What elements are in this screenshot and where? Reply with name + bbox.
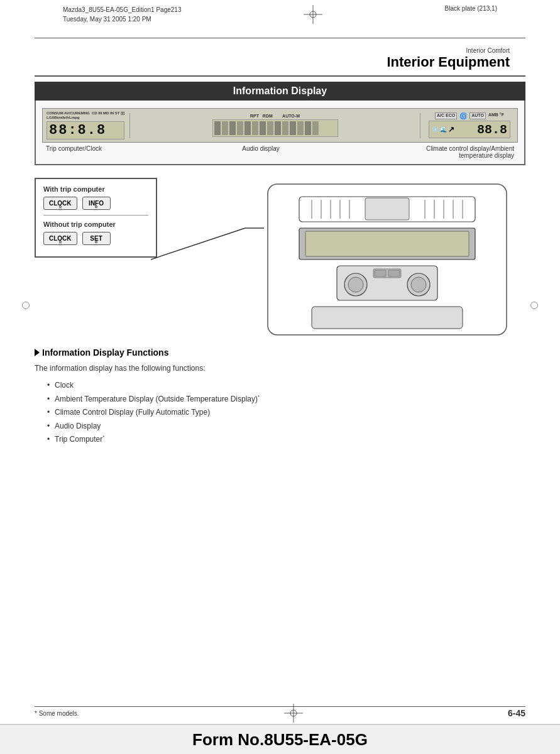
svg-rect-17 <box>365 198 409 220</box>
clock-btn2-dot <box>59 241 62 243</box>
plate-info: Black plate (213,1) <box>445 5 497 12</box>
title-divider <box>35 75 525 77</box>
asterisk-1: * <box>258 394 260 400</box>
svg-line-3 <box>151 228 245 260</box>
with-trip-title: With trip computer <box>43 185 148 193</box>
svg-rect-27 <box>388 270 400 276</box>
lcd-climate-section: A/C ECO 🌀 AUTO AMB °F ❄️ 🌊 ↗ 88.8 <box>425 112 513 138</box>
svg-point-22 <box>348 277 363 292</box>
lcd-seg-9 <box>275 121 281 135</box>
clock-button-2[interactable]: CLOCK <box>43 232 77 245</box>
with-trip-buttons: CLOCK INFO <box>43 197 148 210</box>
bottom-banner: Form No.8U55-EA-05G <box>0 724 560 754</box>
section-heading: Information Display Functions <box>35 347 525 358</box>
lcd-audio-section: RPT RDM AUTO-M <box>135 114 415 137</box>
lcd-seg-10 <box>282 121 288 135</box>
lcd-seg-3 <box>229 121 236 135</box>
side-mark-right <box>530 302 538 309</box>
lcd-separator1 <box>129 113 130 138</box>
button-divider <box>43 215 148 216</box>
form-number: Form No.8U55-EA-05G <box>192 730 368 750</box>
list-item: Climate Control Display (Fully Automatic… <box>47 406 525 420</box>
display-label-climate: Climate control display/Ambient temperat… <box>420 145 514 159</box>
lcd-seg-13 <box>305 121 311 135</box>
lcd-climate-labels: A/C ECO 🌀 AUTO AMB °F <box>435 112 504 119</box>
main-content: Information Display CONSUM AV/CUREMNG CD… <box>35 82 525 704</box>
display-panel: CONSUM AV/CUREMNG CD IN MD IN ST ▯▯L/100… <box>35 101 525 165</box>
lcd-trip-labels: CONSUM AV/CUREMNG CD IN MD IN ST ▯▯L/100… <box>47 111 124 120</box>
car-diagram: With trip computer CLOCK INFO Without tr… <box>35 165 525 341</box>
functions-list: Clock Ambient Temperature Display (Outsi… <box>47 379 525 447</box>
top-divider <box>35 38 525 38</box>
button-box: With trip computer CLOCK INFO Without tr… <box>35 178 157 258</box>
climate-temp-digits: 88.8 <box>477 123 507 137</box>
bottom-footer: * Some models. 6-45 <box>35 704 525 723</box>
climate-icons: ❄️ 🌊 ↗ <box>432 125 454 134</box>
section-large-title: Interior Equipment <box>387 54 510 70</box>
display-label-trip: Trip computer/Clock <box>46 145 102 159</box>
lcd-audio-labels: RPT RDM AUTO-M <box>250 114 300 118</box>
list-item: Clock <box>47 379 525 393</box>
svg-point-24 <box>411 277 426 292</box>
section-heading-text: Information Display Functions <box>42 347 168 358</box>
info-display-title: Information Display <box>35 82 525 101</box>
clock-button-1[interactable]: CLOCK <box>43 197 77 210</box>
info-display-section: Information Display CONSUM AV/CUREMNG CD… <box>35 82 525 165</box>
lcd-seg-2 <box>222 121 228 135</box>
lcd-bar: CONSUM AV/CUREMNG CD IN MD IN ST ▯▯L/100… <box>42 108 518 143</box>
lcd-seg-8 <box>267 121 273 135</box>
set-button[interactable]: SET <box>82 232 111 245</box>
display-label-audio: Audio display <box>242 145 279 159</box>
lcd-seg-12 <box>297 121 304 135</box>
asterisk-2: * <box>102 434 104 440</box>
lcd-seg-7 <box>260 121 266 135</box>
with-trip-section: With trip computer CLOCK INFO <box>43 185 148 210</box>
intro-text: The information display has the followin… <box>35 363 525 374</box>
lcd-trip-digits: 88:8.8 <box>47 121 124 139</box>
top-header: Mazda3_8U55-EA-05G_Edition1 Page213 Tues… <box>63 5 497 24</box>
list-item: Trip Computer* <box>47 433 525 447</box>
bottom-crosshair <box>284 704 303 723</box>
without-trip-title: Without trip computer <box>43 221 148 228</box>
side-mark-left <box>22 302 30 309</box>
footnote: * Some models. <box>35 710 79 717</box>
lcd-seg-4 <box>237 121 243 135</box>
lcd-seg-5 <box>244 121 251 135</box>
section-header: Interior Comfort Interior Equipment <box>387 47 510 70</box>
lcd-climate-display: ❄️ 🌊 ↗ 88.8 <box>429 121 510 138</box>
lcd-audio-bar <box>212 119 338 137</box>
doc-info: Mazda3_8U55-EA-05G_Edition1 Page213 Tues… <box>63 5 181 24</box>
triangle-icon <box>35 349 40 356</box>
lcd-seg-1 <box>214 121 221 135</box>
display-labels: Trip computer/Clock Audio display Climat… <box>42 143 518 159</box>
without-trip-buttons: CLOCK SET <box>43 232 148 245</box>
lcd-seg-14 <box>312 121 319 135</box>
set-btn-dot <box>95 241 97 243</box>
list-item: Ambient Temperature Display (Outside Tem… <box>47 393 525 407</box>
info-btn-dot <box>95 205 97 208</box>
clock-btn-dot <box>59 205 62 208</box>
lcd-seg-6 <box>252 121 258 135</box>
functions-section: Information Display Functions The inform… <box>35 347 525 447</box>
lcd-trip-section: CONSUM AV/CUREMNG CD IN MD IN ST ▯▯L/100… <box>47 111 124 139</box>
list-item: Audio Display <box>47 420 525 434</box>
without-trip-section: Without trip computer CLOCK SET <box>43 221 148 245</box>
svg-rect-26 <box>375 270 386 276</box>
page-number: 6-45 <box>508 708 525 718</box>
svg-rect-28 <box>312 307 463 329</box>
car-illustration <box>249 165 525 341</box>
svg-rect-19 <box>305 231 469 256</box>
lcd-separator2 <box>420 113 420 138</box>
lcd-seg-11 <box>290 121 296 135</box>
top-crosshair <box>304 5 322 24</box>
info-button[interactable]: INFO <box>82 197 111 210</box>
section-small-title: Interior Comfort <box>387 47 510 54</box>
